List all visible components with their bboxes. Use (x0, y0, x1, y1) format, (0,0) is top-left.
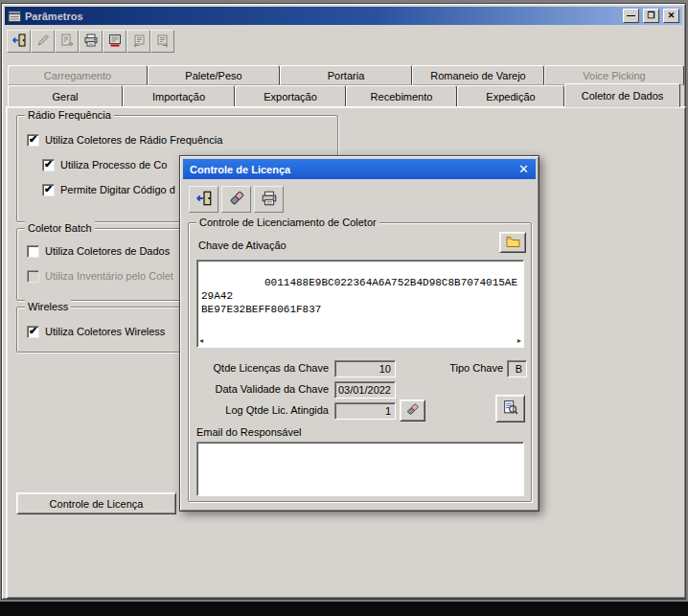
qtde-licencas-field: 10 (334, 360, 396, 377)
qtde-licencas-label: Qtde Licenças da Chave (189, 362, 329, 374)
delete-button[interactable] (103, 30, 126, 53)
data-validade-value: 03/01/2022 (338, 384, 391, 396)
main-toolbar (7, 30, 174, 53)
taskbar-edge (0, 602, 688, 616)
report-magnifier-icon (502, 399, 518, 418)
exit-door-icon (11, 33, 27, 50)
exit-door-icon (195, 190, 213, 209)
tab-label: Carregamento (44, 70, 111, 81)
load-key-button[interactable] (499, 232, 526, 253)
chave-ativacao-label: Chave de Ativação (198, 240, 287, 251)
dialog-print-button[interactable] (254, 186, 284, 213)
parametros-window: Parâmetros — ❐ ✕ (1, 3, 686, 600)
checkbox-box (27, 245, 39, 258)
checkbox-label: Utiliza Coletores de Rádio Frequência (45, 134, 222, 146)
minimize-button[interactable]: — (623, 9, 639, 23)
tab-coletor-de-dados[interactable]: Coletor de Dados (564, 83, 680, 107)
sheet-arrow-icon (59, 33, 75, 50)
tab-palete-peso[interactable]: Palete/Peso (148, 65, 280, 85)
exit-button[interactable] (7, 30, 31, 53)
tab-label: Importação (152, 91, 205, 103)
dialog-titlebar[interactable]: Controle de Licença ✕ (183, 159, 536, 179)
print-button[interactable] (79, 30, 103, 53)
licenciamento-group: Controle de Licenciamento de Coletor Cha… (188, 222, 532, 502)
pencil-icon (35, 33, 51, 50)
tab-portaria[interactable]: Portaria (280, 65, 412, 85)
checkbox-utiliza-coletores-rf[interactable]: Utiliza Coletores de Rádio Frequência (27, 133, 222, 147)
printer-icon (83, 33, 99, 50)
checkbox-box (42, 184, 55, 196)
checkbox-label: Utiliza Coletores de Dados (45, 245, 170, 257)
tab-importacao[interactable]: Importação (123, 85, 235, 107)
controle-de-licenca-button[interactable]: Controle de Licença (16, 492, 176, 514)
dialog-exit-button[interactable] (189, 186, 218, 213)
tipo-chave-field: B (507, 360, 527, 377)
checkbox-permite-digitar-codigo[interactable]: Permite Digitar Código d (42, 183, 175, 196)
tab-label: Expedição (486, 91, 535, 103)
dialog-title: Controle de Licença (190, 164, 290, 175)
tab-label: Coletor de Dados (582, 90, 664, 102)
nav-last-button (150, 30, 174, 53)
tab-row-bottom: Geral Importação Exportação Recebimento … (8, 85, 680, 107)
view-log-report-button[interactable] (495, 395, 525, 422)
post-button (55, 30, 79, 53)
tab-exportacao[interactable]: Exportação (235, 85, 346, 107)
printer-icon (261, 190, 278, 209)
edit-button (31, 30, 55, 53)
grid-arrow-right-icon (155, 33, 171, 50)
scroll-right-arrow[interactable]: ► (517, 337, 521, 345)
tipo-chave-value: B (516, 363, 522, 375)
checkbox-box (27, 134, 39, 147)
tab-voice-picking: Voice Picking (544, 65, 684, 85)
clear-log-button[interactable] (400, 399, 425, 422)
log-qtde-label: Log Qtde Lic. Atingida (189, 404, 329, 416)
checkbox-label: Utiliza Processo de Co (60, 159, 167, 171)
controle-de-licenca-dialog: Controle de Licença ✕ (179, 155, 539, 512)
checkbox-utiliza-coletores-dados[interactable]: Utiliza Coletores de Dados (27, 244, 170, 258)
desktop-background: Parâmetros — ❐ ✕ (0, 0, 688, 616)
folder-icon (505, 235, 521, 250)
activation-key-memo[interactable]: 0011488E9BC022364A6A752B4D98C8B7074015AE… (196, 260, 524, 348)
checkbox-label: Permite Digitar Código d (60, 184, 175, 195)
group-title: Rádio Frequência (25, 108, 114, 122)
checkbox-utiliza-inventario-coletor: Utiliza Inventário pelo Colet (27, 269, 173, 283)
grid-arrow-left-icon (131, 33, 147, 50)
data-validade-label: Data Validade da Chave (189, 383, 329, 395)
nav-first-button (126, 30, 150, 53)
activation-key-text: 0011488E9BC022364A6A752B4D98C8B7074015AE… (201, 277, 517, 315)
checkbox-utiliza-coletores-wireless[interactable]: Utiliza Coletores Wireless (27, 325, 165, 338)
tab-label: Recebimento (371, 91, 433, 103)
checkbox-label: Utiliza Coletores Wireless (45, 326, 165, 337)
tab-geral[interactable]: Geral (8, 85, 123, 107)
log-qtde-field: 1 (334, 402, 396, 420)
eraser-icon (405, 402, 420, 419)
checkbox-box (42, 159, 55, 171)
eraser-icon (228, 190, 245, 209)
close-button[interactable]: ✕ (663, 9, 679, 23)
email-responsavel-memo[interactable] (196, 442, 524, 496)
tab-label: Voice Picking (583, 70, 645, 81)
dialog-toolbar (189, 186, 284, 213)
tipo-chave-label: Tipo Chave (419, 362, 503, 374)
checkbox-utiliza-processo[interactable]: Utiliza Processo de Co (42, 158, 167, 171)
tab-row-top: Carregamento Palete/Peso Portaria Romane… (8, 65, 684, 85)
tab-label: Geral (53, 91, 79, 103)
group-title: Coletor Batch (25, 221, 95, 235)
window-title: Parâmetros (25, 11, 619, 22)
qtde-licencas-value: 10 (379, 363, 391, 375)
window-icon (8, 10, 22, 23)
group-title: Controle de Licenciamento de Coletor (196, 216, 379, 229)
tab-label: Palete/Peso (185, 70, 241, 81)
maximize-button[interactable]: ❐ (643, 9, 659, 23)
dialog-clear-button[interactable] (221, 186, 251, 213)
scroll-left-arrow[interactable]: ◄ (199, 337, 203, 345)
checkbox-label: Utiliza Inventário pelo Colet (45, 270, 173, 282)
tab-romaneio-varejo[interactable]: Romaneio de Varejo (412, 65, 544, 85)
tab-carregamento: Carregamento (8, 65, 148, 85)
tab-recebimento[interactable]: Recebimento (346, 85, 457, 107)
tab-expedicao[interactable]: Expedição (457, 85, 564, 107)
window-titlebar[interactable]: Parâmetros — ❐ ✕ (5, 7, 682, 25)
checkbox-box (27, 270, 39, 283)
dialog-close-button[interactable]: ✕ (508, 162, 529, 176)
data-validade-field: 03/01/2022 (334, 381, 396, 399)
